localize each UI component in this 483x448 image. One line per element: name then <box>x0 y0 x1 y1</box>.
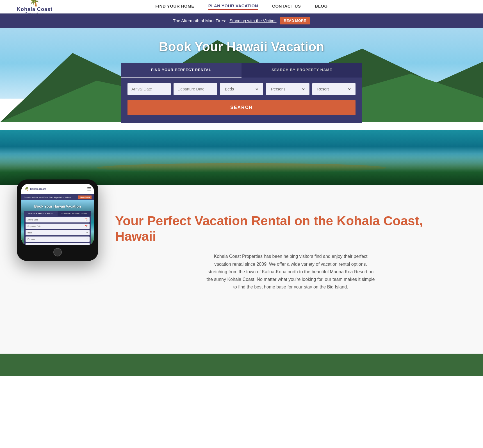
nav-contact-us[interactable]: CONTACT US <box>272 4 301 10</box>
hero-section: Book Your Hawaii Vacation FIND YOUR PERF… <box>0 28 483 185</box>
beds-select-wrap: Beds <box>220 83 263 95</box>
section-title: Your Perfect Vacation Rental on the Koha… <box>115 213 466 244</box>
phone-persons-field[interactable]: Persons ▾ <box>26 236 90 242</box>
beds-select[interactable]: Beds <box>224 87 259 92</box>
text-content: Your Perfect Vacation Rental on the Koha… <box>115 196 466 291</box>
phone-resort-field[interactable]: Resort ▾ <box>26 243 90 245</box>
announcement-text: The Aftermath of Maui Fires: <box>173 18 226 23</box>
phone-tab-rental[interactable]: FIND YOUR PERFECT RENTAL <box>24 211 58 216</box>
phone-chevron-beds: ▾ <box>86 231 88 234</box>
phone-chevron-persons: ▾ <box>86 238 88 240</box>
section-body: Kohala Coast Properties has been helping… <box>206 253 375 291</box>
nav-find-home[interactable]: FIND YOUR HOME <box>155 4 194 10</box>
phone-logo-text: Kohala Coast <box>30 188 46 190</box>
persons-select-wrap: Persons <box>266 83 309 95</box>
arrival-date-input[interactable] <box>131 87 181 91</box>
departure-date-wrap: 📅 <box>174 83 217 95</box>
phone-chevron-resort: ▾ <box>86 244 88 245</box>
phone-logo: 🌴 Kohala Coast <box>24 187 46 191</box>
phone-search-tabs: FIND YOUR PERFECT RENTAL SEARCH BY PROPE… <box>24 211 91 216</box>
nav-blog[interactable]: BLOG <box>315 4 327 10</box>
phone-menu-icon[interactable]: ☰ <box>87 186 91 192</box>
hero-content: Book Your Hawaii Vacation FIND YOUR PERF… <box>0 28 483 123</box>
search-box: FIND YOUR PERFECT RENTAL SEARCH BY PROPE… <box>121 63 362 123</box>
nav-plan-vacation[interactable]: PLAN YOUR VACATION <box>208 3 258 10</box>
announcement-link[interactable]: Standing with the Victims <box>229 18 276 23</box>
palm-icon: 🌴 <box>30 0 40 7</box>
resort-select[interactable]: Resort <box>316 87 352 92</box>
phone-hero-title: Book Your Hawaii Vacation <box>34 204 81 208</box>
tab-property-name[interactable]: SEARCH BY PROPERTY NAME <box>241 63 362 78</box>
tab-find-rental[interactable]: FIND YOUR PERFECT RENTAL <box>121 63 241 78</box>
phone-home-button[interactable] <box>53 248 62 256</box>
phone-announcement: The Aftermath of Maui Fires: Standing wi… <box>21 194 94 200</box>
phone-search-box: FIND YOUR PERFECT RENTAL SEARCH BY PROPE… <box>24 211 91 245</box>
phone-palm-icon: 🌴 <box>24 187 29 191</box>
logo[interactable]: 🌴 Kohala Coast Properties <box>17 0 53 15</box>
arrival-date-wrap: 📅 <box>127 83 171 95</box>
hero-title: Book Your Hawaii Vacation <box>159 39 324 54</box>
resort-select-wrap: Resort <box>312 83 356 95</box>
phone-fields: Arrival Date 📅 Departure Date 📅 Beds ▾ <box>24 216 91 245</box>
main-nav: FIND YOUR HOME PLAN YOUR VACATION CONTAC… <box>155 3 327 10</box>
phone-screen: 🌴 Kohala Coast ☰ The Aftermath of Maui F… <box>21 184 94 245</box>
phone-announcement-text: The Aftermath of Maui Fires: Standing wi… <box>24 196 77 198</box>
search-tabs: FIND YOUR PERFECT RENTAL SEARCH BY PROPE… <box>121 63 362 78</box>
phone-calendar-icon-1: 📅 <box>85 219 88 221</box>
persons-select[interactable]: Persons <box>270 87 305 92</box>
phone-mockup: 🌴 Kohala Coast ☰ The Aftermath of Maui F… <box>17 179 98 261</box>
header: 🌴 Kohala Coast Properties FIND YOUR HOME… <box>0 0 483 13</box>
phone-arrival-field[interactable]: Arrival Date 📅 <box>26 217 90 222</box>
content-section: 🌴 Kohala Coast ☰ The Aftermath of Maui F… <box>0 185 483 354</box>
phone-read-more-btn[interactable]: READ MORE <box>78 195 92 199</box>
search-fields: 📅 📅 Beds Persons <box>121 78 362 95</box>
departure-date-input[interactable] <box>177 87 227 91</box>
phone-departure-field[interactable]: Departure Date 📅 <box>26 224 90 229</box>
search-button[interactable]: SEARCH <box>127 100 356 115</box>
footer-bar <box>0 354 483 376</box>
logo-name: Kohala Coast <box>17 7 53 12</box>
announcement-bar: The Aftermath of Maui Fires: Standing wi… <box>0 13 483 28</box>
phone-tab-property[interactable]: SEARCH BY PROPERTY NAME <box>58 211 91 216</box>
phone-beds-field[interactable]: Beds ▾ <box>26 230 90 235</box>
phone-hero: Book Your Hawaii Vacation FIND YOUR PERF… <box>21 200 94 245</box>
phone-header: 🌴 Kohala Coast ☰ <box>21 184 94 194</box>
read-more-button[interactable]: READ MORE <box>280 17 310 24</box>
logo-sub: Properties <box>26 12 44 15</box>
phone-calendar-icon-2: 📅 <box>85 225 88 228</box>
